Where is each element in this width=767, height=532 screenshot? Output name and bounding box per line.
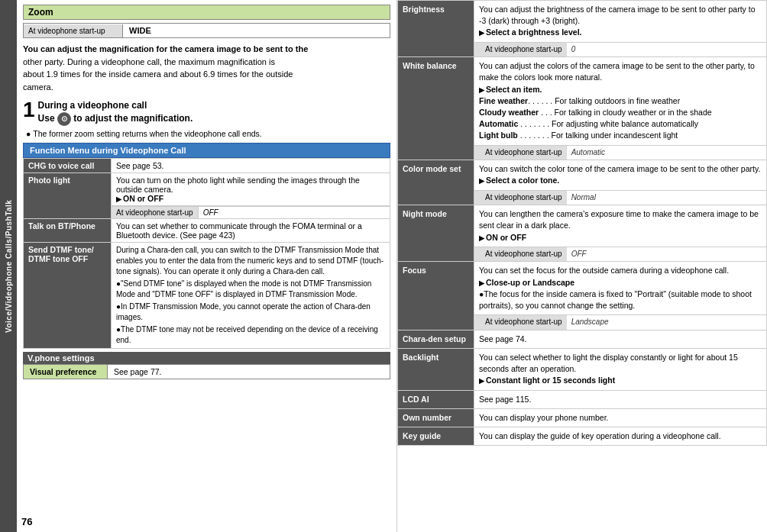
wb-sub-label: At videophone start-up bbox=[474, 146, 567, 160]
right-row-lcdai: LCD AI See page 115. bbox=[398, 390, 767, 408]
right-desc-nightmode: You can lengthen the camera's exposure t… bbox=[474, 205, 767, 247]
wb-sub-cell: At videophone start-up Automatic bbox=[474, 145, 767, 160]
zoom-desc-line2: other party. During a videophone call, t… bbox=[23, 57, 275, 66]
func-value-bt: You can set whether to communicate throu… bbox=[112, 218, 390, 242]
right-desc-backlight: You can select whether to light the disp… bbox=[474, 348, 767, 390]
right-desc-brightness: You can adjust the brightness of the cam… bbox=[474, 1, 767, 43]
zoom-description: You can adjust the magnification for the… bbox=[23, 43, 390, 93]
step-line2: Use ⊙ to adjust the magnification. bbox=[38, 112, 193, 126]
zoom-icon: ⊙ bbox=[57, 112, 71, 126]
right-row-ownnumber: Own number You can display your phone nu… bbox=[398, 408, 767, 427]
right-row-colormode: Color mode set You can switch the color … bbox=[398, 160, 767, 190]
zoom-desc-line1: You can adjust the magnification for the… bbox=[23, 44, 308, 53]
photolight-sub-label: At videophone start-up bbox=[112, 207, 199, 218]
photolight-arrow: ON or OFF bbox=[116, 194, 163, 203]
zoom-start-value: WIDE bbox=[123, 24, 157, 37]
right-row-focus: Focus You can set the focus for the outs… bbox=[398, 262, 767, 315]
right-label-keyguide: Key guide bbox=[398, 427, 474, 445]
func-table: CHG to voice call See page 53. Photo lig… bbox=[23, 158, 390, 349]
vertical-label: Voice/Videophone Calls/PushTalk bbox=[0, 0, 17, 532]
right-panel: Brightness You can adjust the brightness… bbox=[397, 0, 767, 532]
wb-arrow: Select an item. bbox=[479, 85, 542, 94]
zoom-start-row: At videophone start-up WIDE bbox=[23, 23, 390, 38]
right-label-lcdai: LCD AI bbox=[398, 390, 474, 408]
right-label-focus: Focus bbox=[398, 262, 474, 330]
func-row-bt: Talk on BT/Phone You can set whether to … bbox=[24, 218, 390, 242]
right-label-backlight: Backlight bbox=[398, 348, 474, 390]
brightness-sub-label: At videophone start-up bbox=[474, 43, 567, 57]
right-table: Brightness You can adjust the brightness… bbox=[397, 0, 767, 446]
colormode-arrow: Select a color tone. bbox=[479, 176, 559, 185]
step-note: The former zoom setting returns when the… bbox=[26, 129, 390, 138]
focus-sub-value: Landscape bbox=[567, 315, 613, 330]
func-row-photolight: Photo light You can turn on the photo li… bbox=[24, 172, 390, 205]
func-value-dtmf: During a Chara-den call, you can switch … bbox=[112, 242, 390, 348]
func-value-photolight: You can turn on the photo light while se… bbox=[112, 172, 390, 205]
func-value-chg: See page 53. bbox=[112, 158, 390, 172]
colormode-sub-value: Normal bbox=[567, 191, 600, 205]
vphone-sub-row: Visual preference See page 77. bbox=[23, 364, 390, 379]
func-row-chg: CHG to voice call See page 53. bbox=[24, 158, 390, 172]
right-row-brightness: Brightness You can adjust the brightness… bbox=[398, 1, 767, 43]
nightmode-arrow: ON or OFF bbox=[479, 233, 526, 242]
right-desc-keyguide: You can display the guide of key operati… bbox=[474, 427, 767, 445]
left-panel: Voice/Videophone Calls/PushTalk Zoom At … bbox=[0, 0, 397, 532]
right-row-keyguide: Key guide You can display the guide of k… bbox=[398, 427, 767, 445]
right-desc-wb: You can adjust the colors of the camera … bbox=[474, 57, 767, 146]
brightness-sub-cell: At videophone start-up 0 bbox=[474, 42, 767, 57]
vphone-header: V.phone settings bbox=[23, 352, 390, 364]
right-desc-focus: You can set the focus for the outside ca… bbox=[474, 262, 767, 315]
focus-sub-label: At videophone start-up bbox=[474, 315, 567, 330]
right-desc-lcdai: See page 115. bbox=[474, 390, 767, 408]
focus-note: ●The focus for the inside camera is fixe… bbox=[479, 289, 752, 310]
step-number: 1 bbox=[23, 99, 35, 121]
wb-sub-value: Automatic bbox=[567, 146, 610, 160]
right-desc-charaden: See page 74. bbox=[474, 330, 767, 348]
func-label-chg: CHG to voice call bbox=[24, 158, 112, 172]
zoom-desc-line4: camera. bbox=[23, 82, 53, 92]
func-label-bt: Talk on BT/Phone bbox=[24, 218, 112, 242]
left-content: Zoom At videophone start-up WIDE You can… bbox=[17, 0, 396, 384]
vphone-sub-label: Visual preference bbox=[24, 365, 108, 379]
step-block: 1 During a videophone call Use ⊙ to adju… bbox=[23, 99, 390, 138]
colormode-sub-cell: At videophone start-up Normal bbox=[474, 190, 767, 205]
vphone-sub-value: See page 77. bbox=[108, 365, 167, 379]
func-row-dtmf: Send DTMF tone/ DTMF tone OFF During a C… bbox=[24, 242, 390, 348]
func-label-dtmf: Send DTMF tone/ DTMF tone OFF bbox=[24, 242, 112, 348]
right-label-charaden: Chara-den setup bbox=[398, 330, 474, 348]
func-menu-header: Function Menu during Videophone Call bbox=[23, 143, 390, 158]
wb-bulb: Light bulb . . . . . . . For talking und… bbox=[479, 131, 678, 140]
brightness-arrow: Select a brightness level. bbox=[479, 27, 581, 37]
wb-fine: Fine weather. . . . . . For talking outd… bbox=[479, 96, 680, 105]
right-row-whitebalance: White balance You can adjust the colors … bbox=[398, 57, 767, 146]
func-sub-photolight: At videophone start-up OFF bbox=[112, 205, 390, 218]
nightmode-sub-value: OFF bbox=[567, 247, 591, 262]
nightmode-sub-cell: At videophone start-up OFF bbox=[474, 247, 767, 262]
brightness-sub-value: 0 bbox=[567, 43, 581, 57]
focus-sub-cell: At videophone start-up Landscape bbox=[474, 315, 767, 330]
right-row-charaden: Chara-den setup See page 74. bbox=[398, 330, 767, 348]
focus-arrow: Close-up or Landscape bbox=[479, 278, 574, 287]
right-label-wb: White balance bbox=[398, 57, 474, 160]
right-label-brightness: Brightness bbox=[398, 1, 474, 57]
right-desc-ownnumber: You can display your phone number. bbox=[474, 408, 767, 427]
right-row-backlight: Backlight You can select whether to ligh… bbox=[398, 348, 767, 390]
photolight-sub-value: OFF bbox=[199, 207, 223, 218]
zoom-start-label: At videophone start-up bbox=[24, 24, 123, 37]
right-label-colormode: Color mode set bbox=[398, 160, 474, 205]
colormode-sub-label: At videophone start-up bbox=[474, 191, 567, 205]
right-desc-colormode: You can switch the color tone of the cam… bbox=[474, 160, 767, 190]
right-label-nightmode: Night mode bbox=[398, 205, 474, 262]
wb-cloudy: Cloudy weather . . . For talking in clou… bbox=[479, 108, 712, 117]
right-row-nightmode: Night mode You can lengthen the camera's… bbox=[398, 205, 767, 247]
zoom-header: Zoom bbox=[23, 5, 390, 20]
backlight-arrow: Constant light or 15 seconds light bbox=[479, 376, 615, 385]
wb-auto: Automatic . . . . . . . For adjusting wh… bbox=[479, 119, 698, 128]
step-line1: During a videophone call bbox=[38, 99, 193, 112]
vphone-section: V.phone settings Visual preference See p… bbox=[23, 352, 390, 379]
right-label-ownnumber: Own number bbox=[398, 408, 474, 427]
nightmode-sub-label: At videophone start-up bbox=[474, 247, 567, 262]
func-label-photolight: Photo light bbox=[24, 172, 112, 218]
zoom-desc-line3: about 1.9 times for the inside camera an… bbox=[23, 69, 293, 79]
